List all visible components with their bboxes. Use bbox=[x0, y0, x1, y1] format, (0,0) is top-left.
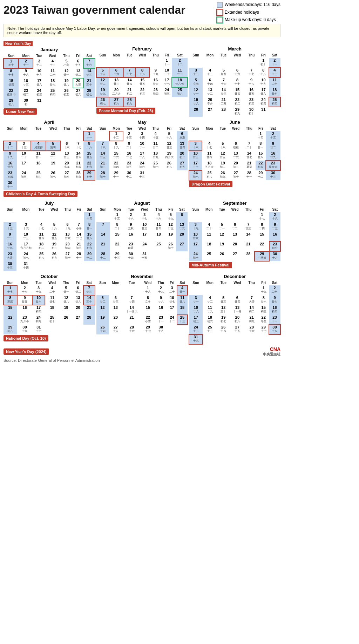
oct-16: 16 bbox=[17, 305, 33, 315]
jun-22: 22初五 bbox=[256, 161, 266, 170]
aug-22: 22 bbox=[110, 242, 125, 251]
jun-29: 29十二 bbox=[256, 170, 266, 180]
apr-20: 20小滿 bbox=[60, 161, 73, 170]
jul-3: 3十六 bbox=[16, 222, 35, 232]
jan-31: 31 bbox=[33, 98, 45, 108]
nov-28: 28十六 bbox=[122, 325, 141, 334]
apr-27: 27初八 bbox=[60, 170, 73, 180]
may-13: 13廿四 bbox=[177, 141, 188, 151]
jun-15: 15廿八 bbox=[256, 151, 266, 161]
aug-17: 17 bbox=[137, 232, 152, 242]
dec-25: 25十三 bbox=[203, 325, 217, 334]
apr-9: 9十九 bbox=[4, 151, 17, 161]
sep-12: 12 bbox=[216, 232, 228, 242]
oct-5: 5廿一 bbox=[60, 285, 73, 295]
dec-20: 20初八 bbox=[230, 315, 245, 325]
feb-19: 19廿九 bbox=[96, 87, 109, 97]
mar-28: 28 bbox=[217, 107, 230, 117]
aug-16: 16 bbox=[124, 232, 137, 242]
col-wed: Wed bbox=[45, 53, 60, 59]
jan-2: 2十一 bbox=[19, 59, 33, 68]
dec-6: 6廿四 bbox=[230, 295, 245, 305]
feb-9: 9十九 bbox=[149, 68, 162, 77]
jul-14: 14廿七 bbox=[74, 232, 84, 242]
jan-16: 16廿五 bbox=[19, 78, 33, 88]
sep-30: 30十六 bbox=[269, 251, 280, 261]
mar-5-sun: 5立春 bbox=[189, 77, 203, 87]
jan-9: 9十八 bbox=[19, 68, 33, 78]
sep-2: 2十八 bbox=[269, 212, 280, 222]
apr-12: 12廿二 bbox=[46, 151, 60, 161]
oct-7: 7廿三 bbox=[83, 285, 95, 295]
mar-17: 17廿六 bbox=[258, 87, 269, 97]
calendar-april: SunMonTueWedThuFriSat 1十一 2十二 3十三 4兒童節 5… bbox=[4, 126, 95, 190]
jan-7: 7十六 bbox=[83, 59, 95, 68]
mar-1: 1初十 bbox=[258, 58, 269, 68]
mar-27: 27 bbox=[203, 107, 217, 117]
nov-7: 7廿四 bbox=[122, 295, 141, 305]
apr-17: 17 bbox=[17, 161, 31, 170]
jun-4: 4十七 bbox=[202, 141, 217, 151]
oct-28: 28 bbox=[83, 315, 95, 325]
mar-6: 6十六 bbox=[230, 68, 245, 77]
aug-13: 13廿六 bbox=[176, 222, 188, 232]
sep-8: 8廿四 bbox=[255, 222, 269, 232]
jun-8: 8廿一 bbox=[256, 141, 266, 151]
aug-28: 28十二 bbox=[96, 251, 110, 261]
nov-16: 16 bbox=[155, 305, 167, 315]
jul-8: 8廿一 bbox=[84, 222, 95, 232]
mar-8b: 8十七 bbox=[230, 77, 245, 87]
may-15: 15廿六 bbox=[109, 151, 123, 161]
dec-9: 9廿七 bbox=[269, 295, 280, 305]
mar-30: 30初十 bbox=[245, 107, 258, 117]
jun-13: 13廿六 bbox=[229, 151, 243, 161]
nov-13: 13 bbox=[109, 305, 122, 315]
may-28: 28初十 bbox=[96, 170, 109, 180]
jun-3: 3十六 bbox=[189, 141, 202, 151]
aug-2: 2十六 bbox=[124, 212, 137, 222]
dec-14: 14初二 bbox=[245, 305, 258, 315]
jan-10: 10十九 bbox=[33, 68, 45, 78]
jun-25-sat: 25初八 bbox=[202, 170, 217, 180]
may-27: 27初九 bbox=[177, 161, 188, 170]
may-19: 19四月大 bbox=[162, 151, 177, 161]
may-2: 2十三 bbox=[123, 131, 135, 141]
sep-17: 17 bbox=[189, 242, 202, 251]
feb-28: 28初九 bbox=[124, 97, 136, 107]
aug-1: 1十五 bbox=[110, 212, 125, 222]
oct-30: 30十六 bbox=[17, 325, 33, 334]
apr-6: 6十六 bbox=[60, 141, 73, 151]
feb-26: 26初七 bbox=[96, 97, 109, 107]
mar-4: 4十三 bbox=[203, 68, 217, 77]
month-march: March SunMonTueWedThuFriSat 1初十 2十一 3十二 … bbox=[189, 40, 280, 117]
aug-11: 11廿四 bbox=[152, 222, 165, 232]
jun-30: 30十三 bbox=[266, 170, 280, 180]
may-6: 6立夏 bbox=[177, 131, 188, 141]
dec-5: 5廿三 bbox=[217, 295, 230, 305]
jul-7: 7小暑 bbox=[74, 222, 84, 232]
apr-8: 8十八 bbox=[83, 141, 95, 151]
jun-28: 28十一 bbox=[243, 170, 256, 180]
jun-23: 23龍舟節 bbox=[266, 161, 280, 170]
jan-29: 29初八 bbox=[4, 98, 19, 108]
sep-10: 10廿六 bbox=[189, 232, 202, 242]
apr-5: 5清明 bbox=[46, 141, 60, 151]
dragon-boat-label: Dragon Boat Festival bbox=[189, 181, 232, 187]
oct-31: 31十七 bbox=[32, 325, 45, 334]
jul-23: 23大暑 bbox=[4, 251, 16, 261]
jan-4: 4十三 bbox=[45, 59, 60, 68]
dec-27: 27十五 bbox=[230, 325, 245, 334]
sep-22: 22 bbox=[255, 242, 269, 251]
may-18: 18廿九 bbox=[149, 151, 162, 161]
jan-5: 5小寒 bbox=[60, 59, 73, 68]
sep-20: 20 bbox=[228, 242, 242, 251]
mar-19: 19廿八 bbox=[189, 97, 203, 107]
mar-21: 21二月 bbox=[217, 97, 230, 107]
dec-15: 15初三 bbox=[258, 305, 269, 315]
jun-12: 12廿五 bbox=[217, 151, 229, 161]
feb-23: 23初四 bbox=[149, 87, 162, 97]
jul-20: 20初四 bbox=[61, 242, 74, 251]
aug-6: 6 bbox=[176, 212, 188, 222]
jun-21: 21夏至 bbox=[243, 161, 256, 170]
col-thu: Thu bbox=[60, 53, 73, 59]
